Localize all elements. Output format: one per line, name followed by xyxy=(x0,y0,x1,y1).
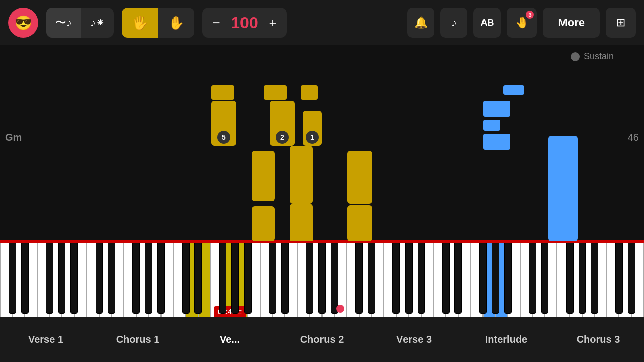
notes-mode-button[interactable]: ♪⁕ xyxy=(81,8,114,38)
notes-icon: ♪⁕ xyxy=(90,16,105,29)
note-icon: ♪ xyxy=(451,16,457,29)
nav-item-chorus1[interactable]: Chorus 1 xyxy=(92,317,184,362)
nav-label-verse3: Verse 3 xyxy=(396,334,432,345)
note-block-blue-tall xyxy=(548,136,578,241)
tempo-minus-button[interactable]: − xyxy=(207,14,225,32)
note-block xyxy=(503,85,524,95)
note-block-low xyxy=(290,204,313,241)
note-block-numbered: 1 xyxy=(303,111,322,146)
nav-label-chorus1: Chorus 1 xyxy=(116,334,160,345)
time-badge: 01:41 ≡ xyxy=(214,306,246,317)
nav-label-interlude: Interlude xyxy=(485,334,527,345)
more-button[interactable]: More xyxy=(543,8,600,38)
ab-button[interactable]: AB xyxy=(473,8,501,38)
nav-item-verse3[interactable]: Verse 3 xyxy=(368,317,460,362)
grid-icon: ⊞ xyxy=(616,16,625,29)
header: 😎 〜♪ ♪⁕ 🖐️ ✋ − 100 + 🔔 ♪ xyxy=(0,0,644,45)
piano-roll: Gm Sustain 46 5 2 1 xyxy=(0,45,644,241)
nav-label-verse1: Verse 1 xyxy=(28,334,63,345)
tempo-plus-button[interactable]: + xyxy=(264,14,282,32)
note-block xyxy=(211,85,234,100)
note-block-mid xyxy=(252,151,275,201)
notes-area: 5 2 1 xyxy=(0,45,644,241)
avatar-icon: 😎 xyxy=(15,15,32,31)
metronome-icon: 🔔 xyxy=(414,16,428,29)
nav-label-chorus2: Chorus 2 xyxy=(300,334,344,345)
note-block-numbered: 2 xyxy=(270,101,295,146)
note-block-low xyxy=(252,206,275,241)
more-label: More xyxy=(558,16,585,29)
grid-button[interactable]: ⊞ xyxy=(606,8,636,38)
note-block xyxy=(301,85,318,100)
blue-hand-button[interactable]: ✋ xyxy=(158,8,194,38)
nav-item-chorus3[interactable]: Chorus 3 xyxy=(552,317,644,362)
note-block-mid xyxy=(347,151,372,204)
keyboard-guide-line xyxy=(0,241,644,243)
nav-item-interlude[interactable]: Interlude xyxy=(460,317,552,362)
note-block-low xyxy=(347,205,372,241)
note-block-blue xyxy=(483,120,500,131)
nav-label-chorus3: Chorus 3 xyxy=(577,334,620,345)
ab-label: AB xyxy=(480,18,494,28)
nav-item-verse1[interactable]: Verse 1 xyxy=(0,317,92,362)
right-controls: 🔔 ♪ AB 🤚 3 More ⊞ xyxy=(407,8,636,38)
nav-item-chorus2[interactable]: Chorus 2 xyxy=(276,317,368,362)
hands-icon: 🤚 xyxy=(515,16,529,29)
note-block xyxy=(264,85,287,100)
note-block-numbered: 5 xyxy=(211,101,236,146)
wave-icon: 〜♪ xyxy=(55,15,72,30)
playhead-dot xyxy=(336,305,344,313)
nav-item-verse2[interactable]: 01:41 ≡ Ve... xyxy=(184,317,276,362)
bottom-nav: Verse 1 Chorus 1 01:41 ≡ Ve... Chorus 2 … xyxy=(0,317,644,362)
blue-hand-icon: ✋ xyxy=(168,15,184,31)
note-badge-1: 1 xyxy=(306,131,319,144)
plus-icon: + xyxy=(269,15,276,31)
note-block-blue xyxy=(483,101,510,117)
yellow-hand-button[interactable]: 🖐️ xyxy=(122,8,158,38)
note-button[interactable]: ♪ xyxy=(440,8,467,38)
hands-badge: 3 xyxy=(526,11,534,19)
yellow-hand-icon: 🖐️ xyxy=(132,15,148,31)
note-badge-2: 2 xyxy=(276,131,289,144)
tempo-control: − 100 + xyxy=(202,8,287,38)
tempo-value: 100 xyxy=(229,14,260,32)
metronome-button[interactable]: 🔔 xyxy=(407,8,434,38)
note-badge-5: 5 xyxy=(217,131,230,144)
note-block-mid xyxy=(290,146,313,204)
wave-mode-button[interactable]: 〜♪ xyxy=(46,8,81,38)
mode-button-group: 〜♪ ♪⁕ xyxy=(46,8,114,38)
hands-button[interactable]: 🤚 3 xyxy=(507,8,537,38)
minus-icon: − xyxy=(212,15,220,31)
hand-button-group: 🖐️ ✋ xyxy=(122,8,194,38)
note-block-blue xyxy=(483,134,510,150)
nav-label-verse2: Ve... xyxy=(220,334,240,345)
avatar[interactable]: 😎 xyxy=(8,8,38,38)
